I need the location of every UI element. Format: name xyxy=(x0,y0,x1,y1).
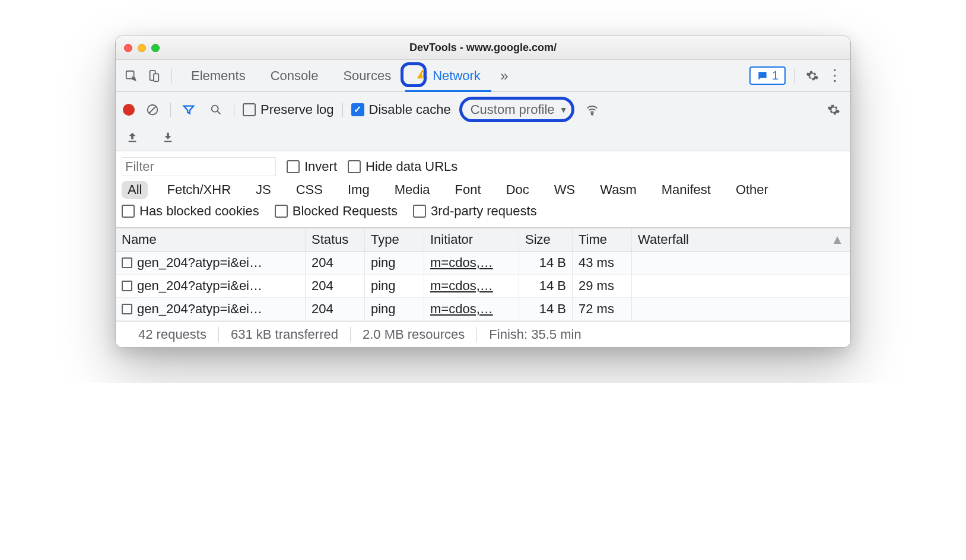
checkbox-label: Has blocked cookies xyxy=(139,203,259,219)
cell-initiator[interactable]: m=cdos,… xyxy=(424,252,519,274)
svg-rect-2 xyxy=(154,74,158,81)
export-har-icon[interactable] xyxy=(123,128,142,147)
issues-badge[interactable]: 1 xyxy=(749,66,786,85)
invert-checkbox[interactable]: Invert xyxy=(287,159,337,174)
filter-type-js[interactable]: JS xyxy=(250,181,277,199)
svg-rect-9 xyxy=(164,141,172,142)
filter-type-css[interactable]: CSS xyxy=(290,181,329,199)
checkbox-label: Blocked Requests xyxy=(293,203,398,219)
panel-settings-icon[interactable] xyxy=(824,100,843,119)
cell-waterfall xyxy=(632,252,850,274)
filter-type-doc[interactable]: Doc xyxy=(500,181,535,199)
cell-size: 14 B xyxy=(519,252,573,274)
checkbox-label: 3rd-party requests xyxy=(431,203,537,219)
tab-sources[interactable]: Sources xyxy=(332,60,402,91)
checkbox-icon xyxy=(287,160,300,173)
has-blocked-cookies-checkbox[interactable]: Has blocked cookies xyxy=(122,203,259,219)
filter-type-img[interactable]: Img xyxy=(342,181,376,199)
status-finish: Finish: 35.5 min xyxy=(477,327,593,342)
filter-type-wasm[interactable]: Wasm xyxy=(594,181,643,199)
blocked-requests-checkbox[interactable]: Blocked Requests xyxy=(275,203,398,219)
import-har-icon[interactable] xyxy=(158,128,177,147)
checkbox-label: Disable cache xyxy=(369,102,451,117)
cell-time: 72 ms xyxy=(573,298,632,320)
status-requests: 42 requests xyxy=(126,327,218,342)
cell-time: 29 ms xyxy=(573,275,632,297)
cell-size: 14 B xyxy=(519,298,573,320)
th-time[interactable]: Time xyxy=(573,228,632,251)
sort-indicator-icon: ▲ xyxy=(831,232,844,247)
table-row[interactable]: gen_204?atyp=i&ei…204pingm=cdos,…14 B72 … xyxy=(116,298,850,321)
filter-icon[interactable] xyxy=(179,100,198,119)
throttling-select[interactable]: Custom profile xyxy=(466,101,573,118)
svg-point-7 xyxy=(591,113,593,114)
th-size[interactable]: Size xyxy=(519,228,573,251)
device-toolbar-icon[interactable] xyxy=(144,66,163,85)
record-button[interactable] xyxy=(123,104,135,116)
separator xyxy=(794,68,795,84)
checkbox-icon xyxy=(275,205,288,218)
disable-cache-checkbox[interactable]: Disable cache xyxy=(351,102,451,117)
search-icon[interactable] xyxy=(206,100,225,119)
status-bar: 42 requests 631 kB transferred 2.0 MB re… xyxy=(116,321,850,347)
third-party-requests-checkbox[interactable]: 3rd-party requests xyxy=(413,203,537,219)
th-initiator[interactable]: Initiator xyxy=(424,228,519,251)
cell-initiator[interactable]: m=cdos,… xyxy=(424,275,519,297)
filter-type-ws[interactable]: WS xyxy=(548,181,581,199)
tab-console[interactable]: Console xyxy=(260,60,329,91)
file-icon xyxy=(122,257,132,268)
table-row[interactable]: gen_204?atyp=i&ei…204pingm=cdos,…14 B43 … xyxy=(116,252,850,275)
inspect-element-icon[interactable] xyxy=(122,66,141,85)
devtools-window: DevTools - www.google.com/ Elements Cons… xyxy=(115,36,851,348)
filter-type-all[interactable]: All xyxy=(122,181,148,199)
th-type[interactable]: Type xyxy=(365,228,424,251)
th-status[interactable]: Status xyxy=(306,228,365,251)
filter-type-manifest[interactable]: Manifest xyxy=(656,181,717,199)
svg-rect-3 xyxy=(422,72,423,75)
more-tabs-icon[interactable]: » xyxy=(495,66,514,85)
cell-type: ping xyxy=(365,275,424,297)
cell-name: gen_204?atyp=i&ei… xyxy=(116,275,306,297)
checkbox-icon xyxy=(348,160,361,173)
file-icon xyxy=(122,304,132,314)
status-resources: 2.0 MB resources xyxy=(351,327,476,342)
cell-type: ping xyxy=(365,252,424,274)
filter-type-font[interactable]: Font xyxy=(449,181,487,199)
cell-name: gen_204?atyp=i&ei… xyxy=(116,298,306,320)
throttling-select-highlight: Custom profile ▼ xyxy=(459,97,574,122)
cell-status: 204 xyxy=(306,275,365,297)
filter-input[interactable] xyxy=(122,157,276,176)
filter-type-fetchxhr[interactable]: Fetch/XHR xyxy=(161,181,237,199)
hide-data-urls-checkbox[interactable]: Hide data URLs xyxy=(348,159,457,174)
clear-icon[interactable] xyxy=(143,100,162,119)
tab-elements[interactable]: Elements xyxy=(180,60,256,91)
filter-type-other[interactable]: Other xyxy=(730,181,774,199)
separator xyxy=(170,103,171,117)
tab-label: Sources xyxy=(343,68,391,84)
separator xyxy=(171,68,172,84)
requests-table: Name Status Type Initiator Size Time Wat… xyxy=(116,228,850,321)
table-row[interactable]: gen_204?atyp=i&ei…204pingm=cdos,…14 B29 … xyxy=(116,275,850,298)
separator xyxy=(342,103,343,117)
preserve-log-checkbox[interactable]: Preserve log xyxy=(243,102,334,117)
main-tabbar: Elements Console Sources Network » 1 ⋮ xyxy=(116,60,850,92)
settings-icon[interactable] xyxy=(803,66,822,85)
kebab-menu-icon[interactable]: ⋮ xyxy=(825,66,844,85)
cell-waterfall xyxy=(632,275,850,297)
checkbox-icon xyxy=(122,205,135,218)
filter-type-media[interactable]: Media xyxy=(389,181,436,199)
th-name[interactable]: Name xyxy=(116,228,306,251)
cell-initiator[interactable]: m=cdos,… xyxy=(424,298,519,320)
tab-network[interactable]: Network xyxy=(405,60,491,91)
table-header: Name Status Type Initiator Size Time Wat… xyxy=(116,228,850,252)
checkbox-icon xyxy=(413,205,426,218)
window-title: DevTools - www.google.com/ xyxy=(116,42,850,54)
checkbox-label: Hide data URLs xyxy=(366,159,457,174)
cell-name: gen_204?atyp=i&ei… xyxy=(116,252,306,274)
svg-point-6 xyxy=(212,105,218,112)
separator xyxy=(234,103,234,117)
filter-bar: Invert Hide data URLs All Fetch/XHR JS C… xyxy=(116,151,850,228)
tab-label: Elements xyxy=(191,68,246,84)
th-waterfall[interactable]: Waterfall ▲ xyxy=(632,228,850,251)
network-conditions-icon[interactable] xyxy=(583,100,602,119)
